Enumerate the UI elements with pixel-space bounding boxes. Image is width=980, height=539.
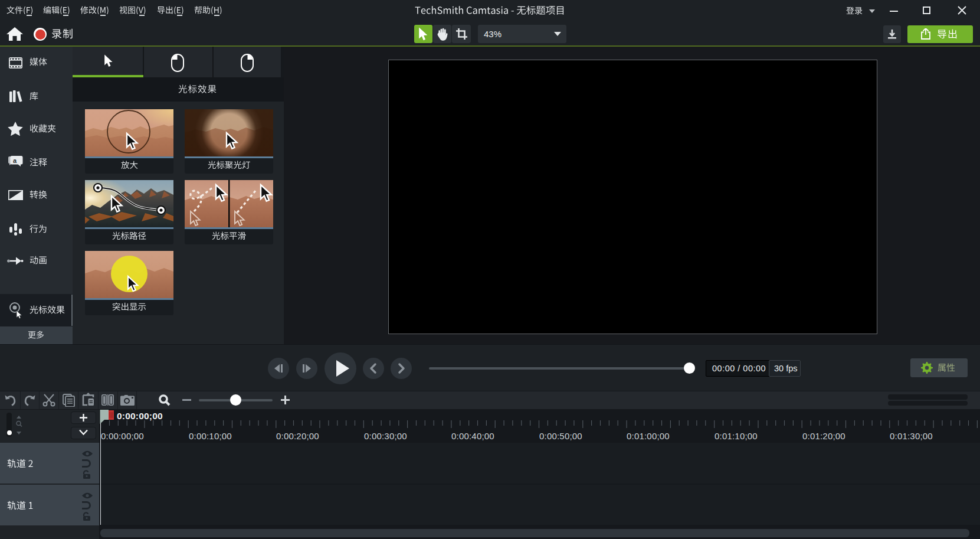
svg-text:a: a <box>13 157 17 164</box>
